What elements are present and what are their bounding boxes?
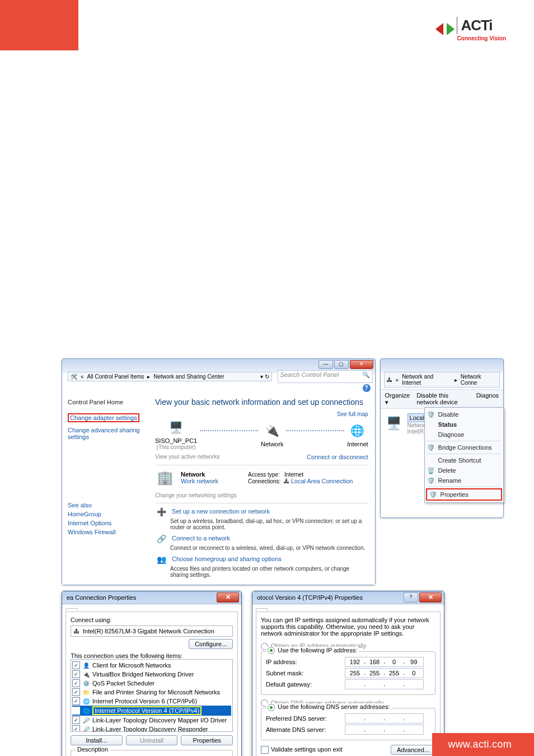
brand-logo: ACTi Connecting Vision: [435, 17, 506, 41]
brand-tagline: Connecting Vision: [457, 35, 506, 41]
ctx-disable[interactable]: 🛡️Disable: [425, 409, 503, 419]
internet-node-label: Internet: [347, 441, 368, 447]
minimize-button[interactable]: —: [318, 360, 333, 369]
help-button[interactable]: ?: [404, 592, 418, 603]
checkbox[interactable]: ✓: [72, 670, 80, 678]
change-advanced-sharing-link[interactable]: Change advanced sharing settings: [68, 427, 152, 440]
list-item-ipv4[interactable]: Internet Protocol Version 4 (TCP/IPv4): [92, 706, 202, 715]
properties-button[interactable]: Properties: [181, 735, 233, 745]
subnet-mask-label: Subnet mask:: [266, 668, 344, 679]
dialog-title: otocol Version 4 (TCP/IPv4) Properties: [257, 594, 363, 601]
window-network-sharing-center: — ▢ ✕ 🛠️ « All Control Panel Items ▸ Net…: [62, 358, 376, 585]
homegroup-sharing-link[interactable]: Choose homegroup and sharing options: [172, 556, 282, 562]
list-item[interactable]: File and Printer Sharing for Microsoft N…: [92, 689, 220, 696]
network-type-link[interactable]: Work network: [181, 478, 218, 484]
new-connection-icon: ➕: [155, 506, 167, 518]
list-item[interactable]: Link-Layer Topology Discovery Mapper I/O…: [92, 717, 227, 724]
protocol-icon: 🌐: [82, 707, 90, 715]
ctx-rename[interactable]: 🛡️Rename: [425, 475, 503, 486]
setup-connection-link[interactable]: Set up a new connection or network: [172, 508, 270, 515]
help-icon[interactable]: ?: [363, 384, 371, 392]
configure-button[interactable]: Configure...: [189, 639, 233, 649]
connect-disconnect-link[interactable]: Connect or disconnect: [307, 454, 368, 460]
see-also-heading: See also: [68, 502, 152, 508]
connect-network-desc: Connect or reconnect to a wireless, wire…: [170, 545, 368, 551]
diagnose-button[interactable]: Diagnos: [476, 392, 499, 406]
main-heading: View your basic network information and …: [155, 398, 368, 407]
disable-device-button[interactable]: Disable this network device: [416, 392, 469, 406]
advanced-button[interactable]: Advanced...: [391, 745, 435, 755]
control-panel-home-link[interactable]: Control Panel Home: [68, 399, 152, 405]
organize-menu[interactable]: Organize ▾: [385, 392, 410, 406]
ipv4-intro-text: You can get IP settings assigned automat…: [261, 617, 435, 637]
use-ip-label: Use the following IP address:: [278, 647, 357, 654]
list-item[interactable]: QoS Packet Scheduler: [92, 680, 154, 687]
close-button[interactable]: ✕: [350, 360, 373, 369]
validate-checkbox[interactable]: [261, 746, 269, 754]
ctx-properties[interactable]: 🛡️Properties: [426, 488, 502, 501]
checkbox[interactable]: ✓: [72, 697, 80, 705]
network-icon: 🖧: [387, 377, 392, 383]
lan-icon: 🖧: [284, 478, 289, 484]
delete-icon: 🗑️: [427, 467, 435, 474]
see-also-windows-firewall[interactable]: Windows Firewall: [68, 529, 152, 535]
connect-network-link[interactable]: Connect to a network: [172, 535, 230, 542]
breadcrumb-item[interactable]: Network and Internet: [402, 374, 451, 386]
list-item[interactable]: Link-Layer Topology Discovery Responder: [92, 726, 208, 732]
radio-use-ip[interactable]: [268, 647, 275, 654]
see-also-internet-options[interactable]: Internet Options: [68, 520, 152, 526]
breadcrumb-item[interactable]: Network Conne: [461, 374, 497, 386]
computer-icon: 🖥️: [166, 417, 186, 437]
list-item[interactable]: Internet Protocol Version 6 (TCP/IPv6): [92, 698, 197, 704]
change-adapter-settings-link[interactable]: Change adapter settings: [68, 413, 139, 422]
address-bar[interactable]: 🛠️ « All Control Panel Items ▸ Network a…: [68, 372, 272, 381]
connection-items-list[interactable]: ✓👤Client for Microsoft Networks ✓🔌Virtua…: [71, 659, 233, 732]
search-input[interactable]: Search Control Panel 🔍: [278, 370, 373, 383]
see-full-map-link[interactable]: See full map: [337, 411, 368, 417]
close-button[interactable]: ✕: [217, 592, 239, 603]
alternate-dns-label: Alternate DNS server:: [266, 724, 344, 735]
shield-icon: 🛡️: [429, 491, 437, 498]
radio-use-dns[interactable]: [268, 704, 275, 711]
tab-general[interactable]: [256, 608, 268, 611]
checkbox[interactable]: ✓: [72, 679, 80, 687]
ctx-status[interactable]: Status: [425, 419, 503, 430]
driver-icon: 🔌: [82, 670, 90, 678]
ctx-bridge[interactable]: 🛡️Bridge Connections: [425, 442, 503, 452]
gateway-input[interactable]: ...: [345, 679, 424, 689]
checkbox[interactable]: ✓: [72, 716, 80, 724]
this-computer-label: (This computer): [155, 444, 197, 450]
list-item[interactable]: VirtualBox Bridged Networking Driver: [92, 671, 194, 678]
ip-address-label: IP address:: [266, 656, 344, 668]
checkbox[interactable]: ✓: [72, 688, 80, 696]
tab-networking[interactable]: [65, 608, 78, 611]
checkbox[interactable]: ✓: [72, 661, 80, 669]
maximize-button[interactable]: ▢: [334, 360, 349, 369]
context-menu: 🛡️Disable Status Diagnose 🛡️Bridge Conne…: [424, 407, 504, 503]
address-bar[interactable]: 🖧« Network and Internet▸ Network Conne: [384, 372, 500, 388]
see-also-homegroup[interactable]: HomeGroup: [68, 511, 152, 517]
ctx-diagnose[interactable]: Diagnose: [425, 430, 503, 440]
close-button[interactable]: ✕: [419, 592, 442, 603]
gateway-label: Default gateway:: [266, 679, 344, 690]
list-item[interactable]: Client for Microsoft Networks: [92, 662, 171, 669]
ctx-delete: 🗑️Delete: [425, 465, 503, 475]
driver-icon: 🔎: [82, 725, 90, 732]
header-red-block: [0, 0, 78, 50]
breadcrumb-item[interactable]: All Control Panel Items: [87, 374, 144, 380]
checkbox[interactable]: ✓: [72, 707, 80, 715]
description-heading: Description: [76, 746, 110, 753]
breadcrumb-item[interactable]: Network and Sharing Center: [153, 374, 224, 380]
subnet-mask-input[interactable]: ...: [345, 668, 424, 678]
access-type-value: Internet: [284, 472, 303, 478]
alternate-dns-input[interactable]: ...: [345, 725, 424, 735]
preferred-dns-input[interactable]: ...: [345, 713, 424, 724]
checkbox[interactable]: ✓: [72, 725, 80, 732]
ctx-shortcut[interactable]: Create Shortcut: [425, 455, 503, 465]
install-button[interactable]: Install...: [71, 735, 123, 745]
connect-network-icon: 🔗: [155, 533, 167, 545]
ip-address-input[interactable]: ...: [345, 657, 424, 667]
local-area-connection-link[interactable]: Local Area Connection: [291, 478, 353, 484]
dialog-lac-properties: ea Connection Properties ✕ Connect using…: [62, 591, 242, 756]
protocol-icon: 🌐: [82, 697, 90, 705]
